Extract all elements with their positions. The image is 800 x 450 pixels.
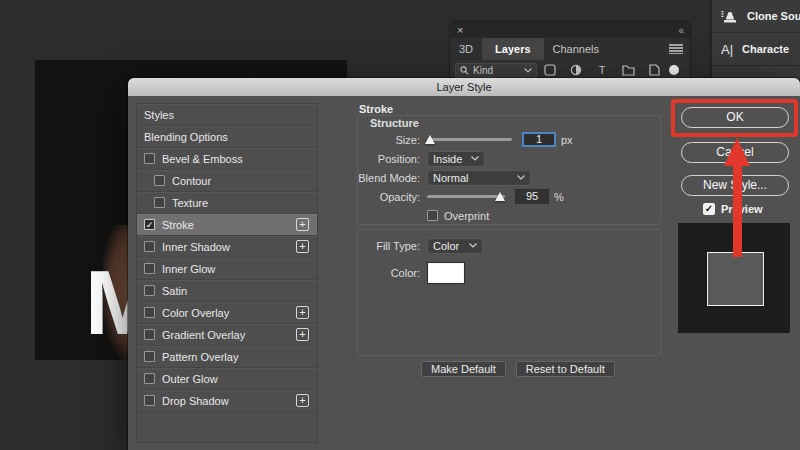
style-item-label: Color Overlay (162, 307, 229, 319)
section-title: Stroke (357, 103, 661, 115)
make-default-button[interactable]: Make Default (421, 361, 506, 377)
style-checkbox[interactable] (154, 197, 165, 208)
blend-mode-row: Blend Mode: Normal (358, 168, 660, 187)
fill-type-select[interactable]: Color (427, 238, 483, 254)
style-item-label: Outer Glow (162, 373, 218, 385)
layer-style-list-item[interactable]: Gradient Overlay + (137, 324, 317, 346)
filter-adjustment-layers-icon[interactable] (563, 63, 589, 78)
position-select[interactable]: Inside (427, 151, 485, 167)
color-row: Color: (358, 261, 660, 285)
style-checkbox[interactable] (144, 395, 155, 406)
dialog-titlebar[interactable]: Layer Style (128, 78, 800, 96)
style-checkbox[interactable] (144, 153, 155, 164)
filter-smart-object-icon[interactable] (641, 63, 667, 78)
preview-checkbox[interactable]: ✓ (703, 203, 715, 215)
dock-item-clone-source[interactable]: Clone Sou (712, 0, 800, 33)
style-checkbox[interactable] (144, 351, 155, 362)
style-item-label: Inner Glow (162, 263, 215, 275)
add-instance-button[interactable]: + (296, 306, 309, 319)
style-item-label: Bevel & Emboss (162, 153, 243, 165)
add-instance-button[interactable]: + (296, 240, 309, 253)
style-checkbox[interactable]: ✓ (144, 219, 155, 230)
group-label: Structure (370, 117, 419, 129)
stroke-color-swatch[interactable] (427, 262, 465, 284)
reset-to-default-button[interactable]: Reset to Default (516, 361, 615, 377)
layer-style-list-item[interactable]: Texture (137, 192, 317, 214)
style-item-label: Satin (162, 285, 187, 297)
filter-type-layers-icon[interactable]: T (589, 63, 615, 78)
position-value: Inside (433, 153, 462, 165)
style-checkbox[interactable] (154, 175, 165, 186)
layer-style-dialog: Layer Style Styles Blending Options Beve… (128, 78, 800, 450)
style-item-label: Contour (172, 175, 211, 187)
style-item-label: Pattern Overlay (162, 351, 238, 363)
layer-style-list-item[interactable]: Outer Glow (137, 368, 317, 390)
preview-stroke-square (707, 252, 764, 306)
style-checkbox[interactable] (144, 373, 155, 384)
layer-style-list-item[interactable]: ✓ Stroke + (137, 214, 317, 236)
layers-panel-tabs: 3D Layers Channels (450, 38, 690, 60)
opacity-label: Opacity: (358, 191, 420, 203)
layers-filter-row: Kind T (450, 60, 690, 79)
filter-kind-label: Kind (473, 65, 493, 76)
style-checkbox[interactable] (144, 285, 155, 296)
ok-button[interactable]: OK (681, 107, 789, 128)
size-slider-thumb[interactable] (425, 135, 435, 144)
style-checkbox[interactable] (144, 307, 155, 318)
search-icon (460, 66, 469, 75)
layer-style-list-item[interactable]: Pattern Overlay (137, 346, 317, 368)
color-label: Color: (358, 267, 420, 279)
style-checkbox[interactable] (144, 329, 155, 340)
style-checkbox[interactable] (144, 241, 155, 252)
size-input[interactable]: 1 (522, 132, 556, 147)
blend-mode-select[interactable]: Normal (427, 170, 531, 186)
style-item-label: Stroke (162, 219, 194, 231)
dialog-title: Layer Style (436, 81, 491, 93)
layer-style-list-item[interactable]: Drop Shadow + (137, 390, 317, 412)
opacity-row: Opacity: 95 % (358, 187, 660, 206)
dock-item-label: Clone Sou (747, 10, 800, 22)
default-buttons-row: Make Default Reset to Default (357, 361, 661, 377)
structure-group: Structure Size: 1 px Position: Inside (357, 115, 661, 225)
chevron-down-icon (471, 156, 479, 161)
overprint-checkbox[interactable] (427, 210, 438, 221)
add-instance-button[interactable]: + (296, 328, 309, 341)
layer-style-list-item[interactable]: Inner Shadow + (137, 236, 317, 258)
layer-style-list-item[interactable]: Contour (137, 170, 317, 192)
blend-mode-value: Normal (433, 172, 468, 184)
dock-item-label: Characte (742, 43, 789, 55)
dock-item-character[interactable]: A| Characte (712, 33, 800, 66)
opacity-input[interactable]: 95 (515, 189, 549, 204)
filter-kind-dropdown[interactable]: Kind (455, 63, 537, 78)
filter-toggle-icon[interactable] (669, 65, 679, 75)
overprint-row: Overprint (358, 206, 660, 225)
layer-style-list-item[interactable]: Color Overlay + (137, 302, 317, 324)
opacity-slider-thumb[interactable] (495, 192, 505, 201)
layer-style-list-item[interactable]: Inner Glow (137, 258, 317, 280)
add-instance-button[interactable]: + (296, 394, 309, 407)
panel-menu-icon[interactable] (669, 38, 690, 60)
style-checkbox[interactable] (144, 263, 155, 274)
tab-3d[interactable]: 3D (450, 38, 482, 60)
tab-layers[interactable]: Layers (482, 38, 543, 60)
cancel-button[interactable]: Cancel (681, 142, 789, 163)
layer-style-list-item[interactable]: Blending Options (137, 126, 317, 148)
new-style-button[interactable]: New Style... (681, 175, 789, 196)
layer-style-list-item[interactable]: Satin (137, 280, 317, 302)
opacity-slider[interactable] (427, 195, 505, 198)
size-slider[interactable] (427, 138, 512, 141)
style-item-label: Blending Options (144, 131, 228, 143)
filter-pixel-layers-icon[interactable] (537, 63, 563, 78)
layer-style-list-item[interactable]: Styles (137, 104, 317, 126)
filter-group-layers-icon[interactable] (615, 63, 641, 78)
collapse-panel-icon[interactable]: « (678, 25, 683, 36)
tab-channels[interactable]: Channels (544, 38, 608, 60)
close-icon[interactable]: × (457, 25, 463, 35)
right-panel-dock: Clone Sou A| Characte (710, 0, 800, 80)
svg-text:T: T (599, 64, 606, 76)
layer-style-list-item[interactable]: Bevel & Emboss (137, 148, 317, 170)
chevron-down-icon (524, 68, 532, 73)
size-label: Size: (358, 134, 420, 146)
style-item-label: Styles (144, 109, 174, 121)
add-instance-button[interactable]: + (296, 218, 309, 231)
